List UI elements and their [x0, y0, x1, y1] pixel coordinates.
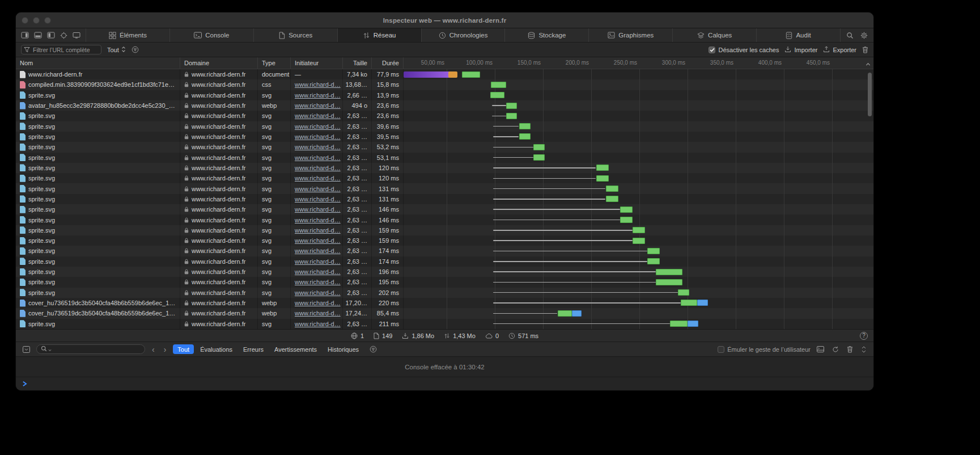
initiator-link[interactable]: www.richard-d… [291, 121, 343, 132]
network-request-row[interactable]: sprite.svg www.richard-dern.fr svg www.r… [16, 204, 873, 214]
clear-console-icon[interactable] [830, 346, 841, 353]
initiator-link[interactable]: www.richard-d… [291, 132, 343, 142]
tab-elements[interactable]: Éléments [86, 28, 169, 42]
network-request-row[interactable]: compiled.min.38390909f303624ed9e1cf1bd3f… [16, 79, 873, 90]
tab-sources[interactable]: Sources [253, 28, 337, 42]
network-request-row[interactable]: sprite.svg www.richard-dern.fr svg www.r… [16, 246, 873, 256]
column-header-nom[interactable]: Nom [16, 57, 180, 69]
initiator-link[interactable]: www.richard-d… [291, 319, 343, 329]
initiator-link[interactable]: www.richard-d… [291, 288, 343, 298]
network-request-row[interactable]: cover_hu736519dc3b5040cfa48b6b559b6de6ec… [16, 298, 873, 308]
initiator-link[interactable]: www.richard-d… [291, 142, 343, 152]
element-picker-icon[interactable] [60, 32, 67, 39]
initiator-link[interactable]: www.richard-d… [291, 183, 343, 193]
initiator-link[interactable]: www.richard-d… [291, 111, 343, 121]
file-type-icon [20, 154, 26, 161]
initiator-link[interactable]: www.richard-d… [291, 246, 343, 256]
column-header-domaine[interactable]: Domaine [180, 57, 258, 69]
network-request-row[interactable]: sprite.svg www.richard-dern.fr svg www.r… [16, 194, 873, 204]
network-request-row[interactable]: sprite.svg www.richard-dern.fr svg www.r… [16, 277, 873, 287]
tab-console[interactable]: Console [169, 28, 253, 42]
close-window-button[interactable] [22, 17, 28, 24]
resource-type-dropdown[interactable]: Tout [107, 46, 126, 54]
initiator-link[interactable]: www.richard-d… [291, 214, 343, 225]
initiator-link[interactable]: www.richard-d… [291, 225, 343, 235]
network-request-row[interactable]: cover_hu736519dc3b5040cfa48b6b559b6de6ec… [16, 308, 873, 318]
network-request-row[interactable]: sprite.svg www.richard-dern.fr svg www.r… [16, 288, 873, 298]
network-request-row[interactable]: sprite.svg www.richard-dern.fr svg www.r… [16, 267, 873, 277]
tab-layers[interactable]: Calques [672, 28, 756, 42]
network-request-row[interactable]: sprite.svg www.richard-dern.fr svg www.r… [16, 319, 873, 329]
initiator-link[interactable]: www.richard-d… [291, 163, 343, 173]
initiator-link[interactable]: www.richard-d… [291, 79, 343, 90]
initiator-link[interactable]: www.richard-d… [291, 100, 343, 111]
clear-network-trash-icon[interactable] [862, 46, 868, 53]
console-tab-tout[interactable]: Tout [173, 344, 194, 354]
console-tab-erreurs[interactable]: Erreurs [239, 344, 268, 354]
network-request-row[interactable]: sprite.svg www.richard-dern.fr svg www.r… [16, 183, 873, 193]
export-button[interactable]: Exporter [823, 46, 856, 54]
dock-bottom-icon[interactable] [34, 32, 42, 39]
initiator-link[interactable]: www.richard-d… [291, 173, 343, 183]
disable-caches-checkbox[interactable]: Désactiver les caches [709, 47, 779, 53]
import-button[interactable]: Importer [784, 46, 817, 54]
tab-storage[interactable]: Stockage [504, 28, 588, 42]
network-request-row[interactable]: sprite.svg www.richard-dern.fr svg www.r… [16, 121, 873, 132]
console-prompt[interactable] [16, 377, 873, 390]
zoom-window-button[interactable] [44, 17, 51, 24]
tab-network[interactable]: Réseau [337, 28, 421, 42]
url-filter-input[interactable] [21, 45, 101, 54]
console-scope-options-icon[interactable] [368, 346, 379, 353]
network-request-row[interactable]: avatar_hu85ecc3e298728880b0bde2dcc4e5c23… [16, 100, 873, 111]
initiator-link[interactable]: www.richard-d… [291, 235, 343, 246]
network-request-row[interactable]: sprite.svg www.richard-dern.fr svg www.r… [16, 90, 873, 100]
console-tab-historiques[interactable]: Historiques [323, 344, 363, 354]
dock-left-icon[interactable] [47, 32, 55, 39]
console-tab-avertissements[interactable]: Avertissements [270, 344, 321, 354]
tab-graphics[interactable]: Graphismes [588, 28, 672, 42]
initiator-link[interactable]: www.richard-d… [291, 90, 343, 100]
settings-gear-icon[interactable] [860, 32, 868, 39]
console-search-field[interactable] [36, 344, 145, 354]
previous-result-button[interactable]: ‹ [150, 346, 157, 353]
column-header-taille[interactable]: Taille [343, 57, 372, 69]
column-header-duree[interactable]: Durée [372, 57, 404, 69]
initiator-link[interactable]: www.richard-d… [291, 267, 343, 277]
console-drawer-icon[interactable] [815, 346, 826, 352]
initiator-link[interactable]: www.richard-d… [291, 204, 343, 214]
initiator-link[interactable]: www.richard-d… [291, 277, 343, 287]
help-button[interactable]: ? [860, 332, 868, 340]
expand-console-icon[interactable] [859, 346, 868, 353]
network-request-row[interactable]: sprite.svg www.richard-dern.fr svg www.r… [16, 256, 873, 267]
network-request-row[interactable]: sprite.svg www.richard-dern.fr svg www.r… [16, 163, 873, 173]
column-header-type[interactable]: Type [258, 57, 291, 69]
network-request-row[interactable]: sprite.svg www.richard-dern.fr svg www.r… [16, 225, 873, 235]
network-request-row[interactable]: sprite.svg www.richard-dern.fr svg www.r… [16, 111, 873, 121]
filter-options-icon[interactable] [131, 46, 139, 53]
initiator-link[interactable]: www.richard-d… [291, 308, 343, 318]
device-settings-icon[interactable] [73, 32, 80, 39]
console-tab-evaluations[interactable]: Évaluations [196, 344, 237, 354]
initiator-link[interactable]: www.richard-d… [291, 153, 343, 163]
network-request-row[interactable]: sprite.svg www.richard-dern.fr svg www.r… [16, 173, 873, 183]
tab-audit[interactable]: Audit [756, 28, 840, 42]
console-filter-icon[interactable] [21, 346, 32, 353]
initiator-link[interactable]: www.richard-d… [291, 298, 343, 308]
network-request-row[interactable]: sprite.svg www.richard-dern.fr svg www.r… [16, 132, 873, 142]
initiator-link[interactable]: www.richard-d… [291, 256, 343, 267]
emulate-user-gesture-checkbox[interactable]: Émuler le geste de l’utilisateur [718, 346, 811, 353]
column-header-initiateur[interactable]: Initiateur [291, 57, 343, 69]
search-icon[interactable] [846, 32, 854, 39]
dock-right-icon[interactable] [21, 32, 29, 39]
network-request-row[interactable]: sprite.svg www.richard-dern.fr svg www.r… [16, 214, 873, 225]
network-request-row[interactable]: sprite.svg www.richard-dern.fr svg www.r… [16, 142, 873, 152]
chevron-up-icon[interactable] [866, 61, 871, 68]
next-result-button[interactable]: › [162, 346, 169, 353]
minimize-window-button[interactable] [33, 17, 40, 24]
trash-icon[interactable] [845, 346, 855, 353]
network-request-row[interactable]: www.richard-dern.fr www.richard-dern.fr … [16, 69, 873, 79]
network-request-row[interactable]: sprite.svg www.richard-dern.fr svg www.r… [16, 235, 873, 246]
network-request-row[interactable]: sprite.svg www.richard-dern.fr svg www.r… [16, 153, 873, 163]
tab-timelines[interactable]: Chronologies [421, 28, 505, 42]
initiator-link[interactable]: www.richard-d… [291, 194, 343, 204]
